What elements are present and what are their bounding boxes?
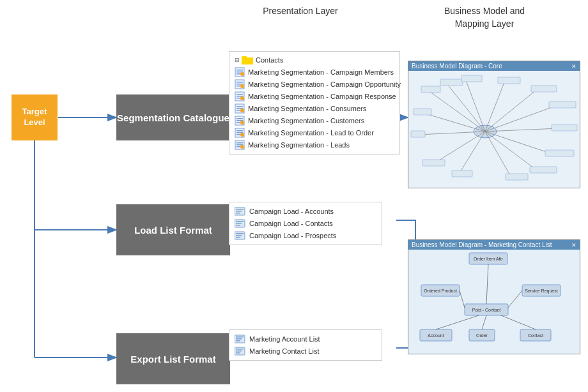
load-list-box: Load List Format	[116, 204, 230, 255]
export-list-label: Export List Format	[130, 352, 215, 366]
svg-rect-60	[236, 349, 244, 350]
svg-rect-9	[236, 70, 243, 71]
svg-rect-88	[452, 170, 472, 177]
svg-rect-46	[236, 213, 240, 214]
svg-rect-82	[531, 86, 557, 92]
svg-rect-29	[236, 118, 243, 119]
svg-rect-90	[411, 131, 425, 137]
svg-line-68	[485, 90, 536, 132]
svg-rect-14	[236, 82, 243, 83]
svg-rect-21	[236, 98, 241, 99]
svg-point-17	[240, 84, 244, 88]
bm-diagram-core: Business Model Diagram - Core ✕	[408, 61, 580, 188]
svg-rect-16	[236, 86, 241, 87]
svg-rect-19	[236, 94, 243, 95]
svg-rect-11	[236, 73, 241, 75]
svg-line-107	[460, 290, 465, 308]
svg-rect-50	[236, 225, 240, 226]
svg-rect-89	[422, 160, 445, 166]
segmentation-label: Segmentation Catalogue	[117, 111, 229, 124]
svg-text:Contact: Contact	[528, 333, 543, 338]
diagram-container: Presentation Layer Business Model andMap…	[0, 0, 588, 392]
bm-diagram-core-title: Business Model Diagram - Core	[412, 63, 502, 70]
list-item: Marketing Account List	[235, 334, 376, 344]
business-model-label: Business Model andMapping Layer	[408, 5, 561, 30]
svg-rect-49	[236, 223, 242, 224]
svg-rect-45	[236, 211, 242, 212]
contacts-folder-label: Contacts	[256, 56, 283, 64]
svg-text:Account: Account	[428, 333, 444, 338]
list-item: Campaign Load - Accounts	[235, 206, 376, 216]
marketing-diagram-svg: Order Item Attr Ordered Product Service …	[408, 250, 580, 354]
svg-line-110	[482, 315, 486, 329]
svg-rect-78	[421, 86, 440, 93]
svg-text:Order: Order	[476, 333, 488, 338]
export-list-box: Export List Format	[116, 333, 230, 384]
svg-rect-52	[236, 233, 244, 234]
list-item: Marketing Segmentation - Campaign Respon…	[235, 91, 394, 102]
bm-diagram-marketing-titlebar: Business Model Diagram - Marketing Conta…	[408, 240, 580, 250]
svg-line-72	[485, 132, 536, 170]
svg-rect-85	[545, 150, 574, 156]
bm-diagram-marketing-title: Business Model Diagram - Marketing Conta…	[412, 241, 552, 248]
svg-rect-54	[236, 237, 240, 238]
svg-rect-36	[236, 134, 241, 135]
presentation-layer-label: Presentation Layer	[236, 5, 364, 18]
svg-rect-86	[530, 167, 557, 173]
svg-rect-7	[242, 56, 247, 59]
expand-icon: ⊟	[235, 57, 240, 63]
svg-point-22	[240, 96, 244, 100]
svg-rect-62	[236, 352, 240, 354]
target-level-box: Target Level	[12, 94, 58, 140]
svg-line-69	[485, 106, 555, 132]
svg-rect-53	[236, 235, 242, 236]
load-list-label: Load List Format	[134, 223, 212, 237]
close-icon[interactable]: ✕	[571, 242, 576, 248]
svg-point-37	[240, 133, 244, 137]
svg-point-32	[240, 121, 244, 124]
svg-line-108	[508, 290, 522, 308]
svg-line-65	[447, 84, 485, 132]
target-level-label: Target Level	[12, 107, 58, 128]
export-list-panel: Marketing Account List Marketing Contact…	[229, 329, 382, 361]
svg-rect-84	[552, 124, 577, 131]
svg-line-74	[460, 132, 485, 173]
bm-diagram-marketing-body: Order Item Attr Ordered Product Service …	[408, 250, 580, 354]
contacts-header: ⊟ Contacts	[235, 56, 394, 64]
svg-point-27	[240, 109, 244, 112]
svg-text:Ordered Product: Ordered Product	[424, 289, 457, 293]
svg-point-12	[240, 72, 244, 76]
list-item: Marketing Segmentation - Campaign Opport…	[235, 79, 394, 89]
svg-rect-44	[236, 209, 244, 210]
svg-line-71	[485, 132, 552, 154]
svg-text:Paid - Contact: Paid - Contact	[472, 308, 500, 312]
load-list-panel: Campaign Load - Accounts Campaign Load -…	[229, 202, 382, 245]
list-item: Marketing Segmentation - Leads	[235, 140, 394, 150]
svg-text:Service Request: Service Request	[525, 289, 557, 294]
svg-line-109	[436, 315, 479, 329]
svg-rect-87	[506, 174, 528, 180]
segmentation-catalogue-box: Segmentation Catalogue	[116, 94, 230, 140]
contacts-panel: ⊟ Contacts Marketing Segmentation - Camp…	[229, 51, 400, 155]
svg-rect-24	[236, 106, 243, 107]
bm-diagram-marketing: Business Model Diagram - Marketing Conta…	[408, 239, 580, 354]
svg-rect-56	[236, 336, 244, 338]
svg-line-67	[485, 82, 504, 132]
svg-rect-39	[236, 142, 243, 144]
svg-line-106	[486, 264, 488, 304]
item-icon	[235, 67, 245, 77]
list-item: Marketing Segmentation - Customers	[235, 116, 394, 126]
svg-rect-26	[236, 110, 241, 111]
svg-line-73	[485, 132, 511, 176]
close-icon[interactable]: ✕	[571, 63, 576, 70]
list-item: Marketing Segmentation - Campaign Member…	[235, 67, 394, 77]
list-item: Marketing Segmentation - Consumers	[235, 103, 394, 114]
svg-rect-79	[440, 79, 463, 86]
svg-rect-57	[236, 338, 242, 340]
svg-line-111	[501, 315, 536, 329]
list-item: Marketing Segmentation - Lead to Order	[235, 128, 394, 138]
contacts-folder-icon	[242, 56, 253, 64]
svg-rect-41	[236, 146, 241, 147]
svg-line-77	[421, 112, 485, 132]
svg-text:Order Item Attr: Order Item Attr	[474, 257, 504, 261]
